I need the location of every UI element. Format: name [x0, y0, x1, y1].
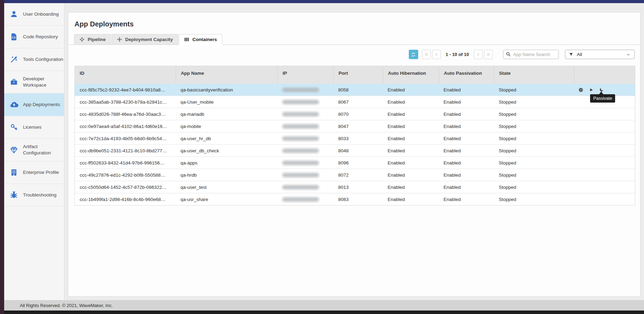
cell-app-name: qa-mobile — [176, 120, 278, 132]
sidebar-item-user-onboarding[interactable]: User Onboarding — [4, 3, 64, 26]
cell-auto-hibernation: Enabled — [383, 193, 439, 205]
table-row[interactable]: ccc-7e72c1da-4193-4b05-b8d0-6b9c54… qa-u… — [75, 132, 635, 144]
tab-bar: Pipeline Deployment Capacity Containers — [68, 34, 640, 45]
cell-port: 8048 — [333, 145, 383, 156]
sidebar-item-label: Enterprise Profile — [23, 169, 59, 176]
redacted-ip — [282, 148, 319, 153]
previous-page-button[interactable] — [432, 50, 441, 59]
cell-auto-hibernation: Enabled — [383, 84, 439, 96]
column-header-state: State — [494, 66, 574, 83]
page-title: App Deployments — [74, 20, 134, 28]
cell-port: 8067 — [333, 96, 383, 108]
cell-state: Stopped — [494, 169, 574, 181]
cell-ip — [277, 145, 333, 156]
column-header-app-name: App Name — [176, 66, 278, 83]
last-page-button[interactable] — [484, 50, 493, 59]
cell-ip — [277, 96, 333, 108]
redacted-ip — [282, 185, 319, 190]
sidebar-item-label: Code Repository — [23, 34, 58, 40]
redacted-ip — [282, 197, 319, 202]
sidebar-item-label: Tools Configuration — [23, 56, 63, 63]
pipeline-icon — [79, 37, 85, 42]
tab-label: Deployment Capacity — [125, 37, 173, 42]
sidebar-item-app-deployments[interactable]: App Deployments — [4, 94, 64, 116]
column-header-ip: IP — [277, 66, 333, 83]
cell-id: ccc-db9be051-2331-4121-8c10-8bd277… — [75, 145, 176, 156]
cell-id: ccc-1b499fa1-2d98-416b-8c4b-960e68… — [75, 193, 176, 205]
tab-containers[interactable]: Containers — [179, 34, 222, 45]
next-page-icon — [476, 52, 480, 57]
cell-port: 8058 — [333, 84, 383, 96]
first-page-button[interactable] — [422, 50, 431, 59]
sidebar-item-licenses[interactable]: Licenses — [4, 116, 64, 139]
redacted-ip — [282, 161, 319, 165]
building-icon — [9, 168, 18, 177]
filter-dropdown[interactable]: All — [565, 50, 635, 59]
cell-actions — [574, 120, 635, 132]
cell-app-name: qa-apps — [176, 157, 278, 169]
column-header-id: ID — [75, 66, 176, 83]
play-icon — [589, 88, 594, 92]
copyright-text: All Rights Reserved. © 2021, WaveMaker, … — [20, 303, 113, 308]
table-row[interactable]: ccc-f85c75c2-9232-4ee7-b404-9810a8… qa-b… — [75, 83, 635, 96]
cell-ip — [277, 120, 333, 132]
cell-id: ccc-c5050d64-1452-4c57-872b-086322… — [75, 181, 176, 193]
sidebar-item-troubleshooting[interactable]: Troubleshooting — [4, 184, 64, 207]
cell-auto-passivation: Enabled — [439, 132, 494, 144]
cell-state: Stopped — [494, 181, 574, 193]
refresh-button[interactable] — [409, 50, 418, 59]
cell-auto-hibernation: Enabled — [383, 157, 439, 169]
tab-deployment-capacity[interactable]: Deployment Capacity — [112, 34, 178, 45]
app-name-search — [503, 50, 559, 59]
sidebar-item-developer-workspace[interactable]: Developer Workspace — [4, 71, 64, 94]
chevron-down-icon — [626, 52, 631, 57]
cell-state: Stopped — [494, 157, 574, 169]
gear-icon — [578, 87, 583, 92]
cell-auto-hibernation: Enabled — [383, 120, 439, 132]
settings-button[interactable] — [578, 87, 583, 92]
sidebar-item-label: Developer Workspace — [23, 76, 63, 88]
table-row[interactable]: ccc-4835d026-788f-46ea-a76d-30aac3… qa-m… — [75, 108, 635, 120]
tab-pipeline[interactable]: Pipeline — [74, 34, 111, 45]
cell-state: Stopped — [494, 145, 574, 156]
last-page-icon — [486, 52, 491, 57]
table-row[interactable]: ccc-c5050d64-1452-4c57-872b-086322… qa-u… — [75, 181, 635, 193]
column-header-auto-passivation: Auto Passivation — [439, 66, 494, 83]
left-edge-strip — [0, 0, 4, 314]
cloud-upload-icon — [9, 100, 18, 109]
sidebar-item-code-repository[interactable]: Code Repository — [4, 26, 64, 48]
cell-auto-hibernation: Enabled — [383, 108, 439, 120]
cell-state: Stopped — [494, 84, 574, 96]
table-row[interactable]: ccc-49c27876-ed1c-4292-b0f8-550588… qa-h… — [75, 169, 635, 181]
sidebar-item-enterprise-profile[interactable]: Enterprise Profile — [4, 161, 64, 184]
redacted-ip — [282, 124, 319, 129]
cell-port: 8070 — [333, 108, 383, 120]
sidebar-item-label: Artifact Configuration — [23, 144, 63, 156]
cell-id: ccc-f85c75c2-9232-4ee7-b404-9810a8… — [75, 84, 176, 96]
table-row[interactable]: ccc-0e97aea4-a5af-4102-86a1-fd60e16… qa-… — [75, 120, 635, 132]
table-row[interactable]: ccc-db9be051-2331-4121-8c10-8bd277… qa-u… — [75, 144, 635, 156]
cell-app-name: qa-user_test — [176, 181, 278, 193]
tab-label: Containers — [192, 37, 217, 42]
next-page-button[interactable] — [474, 50, 483, 59]
table-row[interactable]: ccc-ff502633-8432-41d4-97b6-996156… qa-a… — [75, 156, 635, 169]
cell-port: 8013 — [333, 181, 383, 193]
cell-auto-passivation: Enabled — [439, 193, 494, 205]
cell-app-name: qa-mariadb — [176, 108, 278, 120]
cell-app-name: qa-hrdb — [176, 169, 278, 181]
pagination: 1 - 10 of 10 — [421, 50, 493, 59]
table-row[interactable]: ccc-1b499fa1-2d98-416b-8c4b-960e68… qa-u… — [75, 193, 635, 205]
sidebar-item-tools-configuration[interactable]: Tools Configuration — [4, 48, 64, 71]
start-button[interactable] — [589, 87, 594, 92]
cell-state: Stopped — [494, 120, 574, 132]
cell-auto-hibernation: Enabled — [383, 145, 439, 156]
briefcase-icon — [9, 78, 18, 87]
cell-auto-hibernation: Enabled — [383, 169, 439, 181]
sidebar-item-artifact-configuration[interactable]: Artifact Configuration — [4, 139, 64, 161]
table-row[interactable]: ccc-385aa5ab-3788-4230-b78a-b2841c… qa-U… — [75, 96, 635, 108]
cell-ip — [277, 157, 333, 169]
search-input[interactable] — [503, 50, 559, 59]
toolbar: 1 - 10 of 10 All — [74, 50, 635, 59]
cell-id: ccc-ff502633-8432-41d4-97b6-996156… — [75, 157, 176, 169]
cell-auto-hibernation: Enabled — [383, 132, 439, 144]
